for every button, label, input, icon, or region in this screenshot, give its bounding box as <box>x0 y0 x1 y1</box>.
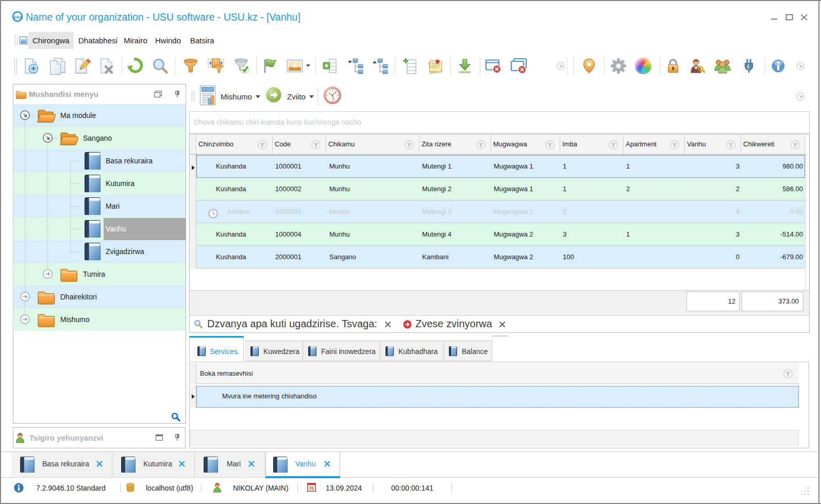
svg-text:31: 31 <box>309 485 314 491</box>
svg-text:usu: usu <box>13 14 22 20</box>
